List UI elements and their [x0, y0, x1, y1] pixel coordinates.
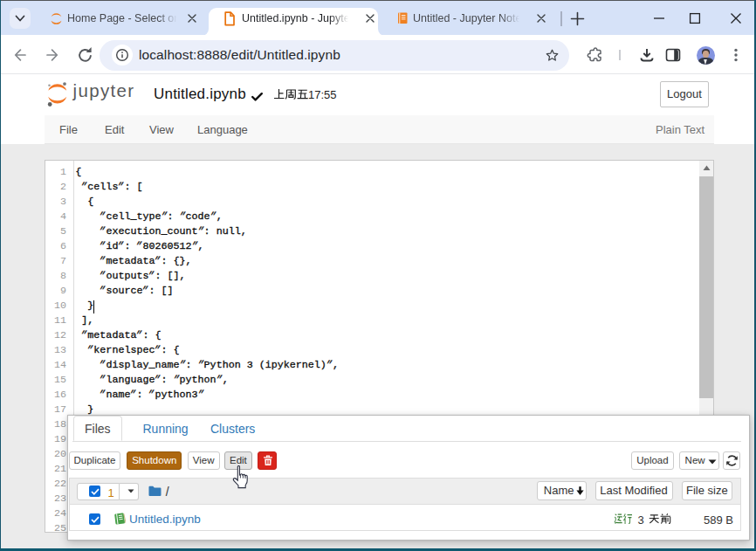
svg-text:jupyter: jupyter [72, 80, 135, 100]
